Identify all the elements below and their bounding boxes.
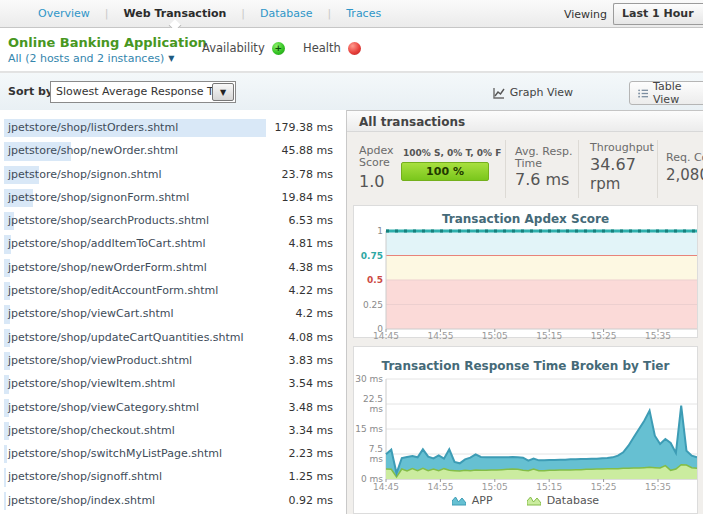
response-time-value: 0.92 ms [289, 494, 333, 507]
transaction-row[interactable]: jpetstore/shop/index.shtml0.92 ms [0, 490, 346, 513]
tab-overview[interactable]: Overview [36, 7, 92, 20]
response-time-value: 45.88 ms [282, 144, 333, 157]
legend-item-database[interactable]: Database [527, 494, 600, 507]
transaction-row[interactable]: jpetstore/shop/newOrderForm.shtml4.38 ms [0, 257, 346, 280]
x-tick-label: 15:25 [591, 482, 617, 492]
transaction-name: jpetstore/shop/addItemToCart.shtml [8, 237, 206, 250]
x-tick-label: 14:55 [427, 482, 453, 492]
legend-label: Database [547, 494, 600, 507]
tab-traces[interactable]: Traces [344, 7, 383, 20]
response-time-value: 4.81 ms [289, 237, 333, 250]
response-time-value: 4.22 ms [289, 284, 333, 297]
transaction-row[interactable]: jpetstore/shop/listOrders.shtml179.38 ms [0, 117, 346, 140]
x-tick-label: 15:15 [536, 482, 562, 492]
app-name: Online Banking Application [8, 35, 207, 50]
graph-view-button[interactable]: Graph View [493, 86, 573, 99]
health-label: Health [303, 41, 341, 55]
table-view-label: Table View [653, 80, 703, 106]
transaction-row[interactable]: jpetstore/shop/viewProduct.shtml3.83 ms [0, 350, 346, 373]
table-view-button[interactable]: Table View [629, 81, 703, 105]
response-time-value: 4.2 ms [296, 307, 333, 320]
transaction-name: jpetstore/shop/signon.shtml [8, 168, 162, 181]
stat-separator [578, 140, 579, 198]
health-status-icon [348, 42, 361, 55]
response-time-value: 3.48 ms [289, 401, 333, 414]
sort-by-select[interactable]: Slowest Average Response Time ▼ [50, 81, 236, 103]
transaction-name: jpetstore/shop/viewItem.shtml [8, 377, 175, 390]
x-tick-label: 15:15 [536, 331, 562, 341]
tab-separator: | [328, 7, 332, 20]
response-time-value: 179.38 ms [275, 121, 333, 134]
apdex-score-chart[interactable]: Transaction Apdex Score 14:4514:5515:051… [353, 205, 698, 338]
transaction-name: jpetstore/shop/index.shtml [8, 494, 155, 507]
stat-separator [657, 140, 658, 198]
transaction-name: jpetstore/shop/viewCart.shtml [8, 307, 174, 320]
transaction-row[interactable]: jpetstore/shop/signon.shtml23.78 ms [0, 164, 346, 187]
y-tick-label: 0 [354, 324, 383, 334]
transaction-row[interactable]: jpetstore/shop/checkout.shtml3.34 ms [0, 420, 346, 443]
transaction-name: jpetstore/shop/listOrders.shtml [8, 121, 178, 134]
tab-bar: Overview|Web Transaction|Database|Traces… [0, 0, 703, 28]
x-tick-label: 15:05 [482, 331, 508, 341]
tab-web-transaction[interactable]: Web Transaction [122, 7, 229, 20]
application-header: Online Banking Application All (2 hosts … [0, 28, 703, 72]
transaction-row[interactable]: jpetstore/shop/searchProducts.shtml6.53 … [0, 210, 346, 233]
transaction-row[interactable]: jpetstore/shop/editAccountForm.shtml4.22… [0, 280, 346, 303]
response-time-value: 3.54 ms [289, 377, 333, 390]
all-transactions-panel: All transactions Apdex Score 1.0 100% S,… [346, 110, 703, 514]
transaction-name: jpetstore/shop/checkout.shtml [8, 424, 175, 437]
throughput-value: 34.67 [590, 155, 636, 174]
transaction-name: jpetstore/shop/viewProduct.shtml [8, 354, 192, 367]
response-time-value: 2.23 ms [289, 447, 333, 460]
transaction-row[interactable]: jpetstore/shop/signoff.shtml1.25 ms [0, 466, 346, 489]
time-range-dropdown[interactable]: Last 1 Hour [613, 3, 703, 25]
summary-stats: Apdex Score 1.0 100% S, 0% T, 0% F 100 %… [347, 132, 703, 205]
sort-by-value: Slowest Average Response Time [56, 85, 234, 98]
y-tick-label: 15 ms [354, 424, 383, 434]
transaction-name: jpetstore/shop/switchMyListPage.shtml [8, 447, 222, 460]
transaction-row[interactable]: jpetstore/shop/viewCart.shtml4.2 ms [0, 303, 346, 326]
tab-database[interactable]: Database [258, 7, 315, 20]
list-toolbar: Sort by. Slowest Average Response Time ▼… [0, 72, 703, 110]
panel-header: All transactions [347, 110, 703, 132]
response-time-value: 3.83 ms [289, 354, 333, 367]
availability-label: Availability [202, 41, 265, 55]
tab-separator: | [105, 7, 109, 20]
avg-resp-time-label: Avg. Resp. Time [515, 146, 585, 170]
x-tick-label: 15:25 [591, 331, 617, 341]
y-tick-label: 0.5 [354, 275, 383, 285]
line-chart-icon [493, 87, 505, 99]
transaction-row[interactable]: jpetstore/shop/signonForm.shtml19.84 ms [0, 187, 346, 210]
list-icon [638, 88, 648, 99]
transaction-row[interactable]: jpetstore/shop/updateCartQuantities.shtm… [0, 327, 346, 350]
sort-by-label: Sort by. [8, 85, 56, 98]
y-tick-label: 7.5 ms [354, 444, 383, 464]
legend-label: APP [472, 494, 493, 507]
apdex-percent-bar: 100 % [401, 162, 489, 181]
x-tick-label: 15:05 [482, 482, 508, 492]
response-time-value: 4.38 ms [289, 261, 333, 274]
transaction-row[interactable]: jpetstore/shop/switchMyListPage.shtml2.2… [0, 443, 346, 466]
throughput-unit: rpm [590, 175, 620, 193]
transaction-name: jpetstore/shop/signoff.shtml [8, 470, 162, 483]
transaction-row[interactable]: jpetstore/shop/viewItem.shtml3.54 ms [0, 373, 346, 396]
transaction-row[interactable]: jpetstore/shop/addItemToCart.shtml4.81 m… [0, 233, 346, 256]
transaction-row[interactable]: jpetstore/shop/newOrder.shtml45.88 ms [0, 140, 346, 163]
request-count-value: 2,080 [666, 166, 703, 184]
response-time-chart[interactable]: Transaction Response Time Broken by Tier… [353, 346, 698, 514]
panel-title: All transactions [359, 115, 465, 129]
app-scope-dropdown[interactable]: All (2 hosts and 2 instances)▼ [8, 52, 174, 65]
response-time-value: 3.34 ms [289, 424, 333, 437]
transaction-name: jpetstore/shop/editAccountForm.shtml [8, 284, 218, 297]
viewing-label: Viewing [564, 8, 607, 21]
availability-status-icon: + [272, 42, 285, 55]
transaction-row[interactable]: jpetstore/shop/viewCategory.shtml3.48 ms [0, 397, 346, 420]
response-time-bar [4, 445, 7, 463]
chart-legend: APPDatabase [354, 494, 697, 507]
response-time-value: 1.25 ms [289, 470, 333, 483]
transaction-name: jpetstore/shop/viewCategory.shtml [8, 401, 199, 414]
area-icon [527, 495, 541, 506]
legend-item-app[interactable]: APP [452, 494, 493, 507]
app-scope-label: All (2 hosts and 2 instances) [8, 52, 164, 65]
chevron-down-icon: ▼ [168, 54, 174, 63]
